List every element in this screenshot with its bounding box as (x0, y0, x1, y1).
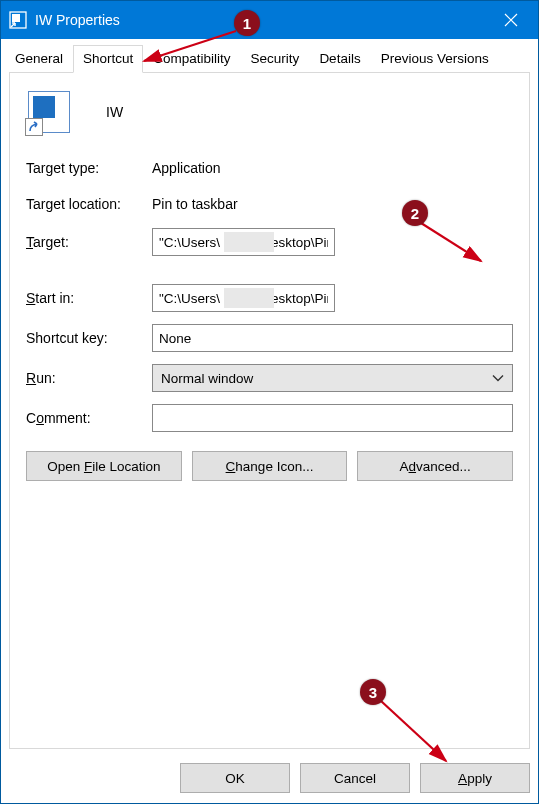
target-location-value: Pin to taskbar (152, 196, 238, 212)
shortcut-overlay-arrow-icon (25, 118, 43, 136)
close-button[interactable] (488, 1, 534, 39)
shortcut-file-icon (28, 91, 70, 133)
ok-button[interactable]: OK (180, 763, 290, 793)
comment-label: Comment: (26, 410, 152, 426)
annotation-badge-3: 3 (360, 679, 386, 705)
titlebar-icon (9, 11, 27, 29)
redacted-area (224, 288, 274, 308)
run-select[interactable]: Normal window (152, 364, 513, 392)
shortcut-key-label: Shortcut key: (26, 330, 152, 346)
tab-security[interactable]: Security (241, 45, 310, 72)
svg-rect-1 (12, 14, 20, 22)
change-icon-button[interactable]: Change Icon... (192, 451, 348, 481)
tab-compatibility[interactable]: Compatibility (143, 45, 240, 72)
open-file-location-button[interactable]: Open File Location (26, 451, 182, 481)
tab-details[interactable]: Details (309, 45, 370, 72)
target-location-label: Target location: (26, 196, 152, 212)
redacted-area (224, 232, 274, 252)
titlebar: IW Properties (1, 1, 538, 39)
annotation-badge-2: 2 (402, 200, 428, 226)
cancel-button[interactable]: Cancel (300, 763, 410, 793)
target-type-value: Application (152, 160, 221, 176)
run-label: Run: (26, 370, 152, 386)
run-select-value: Normal window (161, 371, 253, 386)
dialog-buttons: OK Cancel Apply (1, 757, 538, 803)
advanced-button[interactable]: Advanced... (357, 451, 513, 481)
tab-general[interactable]: General (5, 45, 73, 72)
chevron-down-icon (492, 371, 504, 386)
shortcut-tab-panel: IW Target type: Application Target locat… (9, 72, 530, 749)
tabstrip: General Shortcut Compatibility Security … (1, 39, 538, 72)
apply-button[interactable]: Apply (420, 763, 530, 793)
window-title: IW Properties (35, 12, 488, 28)
properties-window: IW Properties General Shortcut Compatibi… (0, 0, 539, 804)
shortcut-name: IW (106, 104, 123, 120)
comment-input[interactable] (152, 404, 513, 432)
annotation-badge-1: 1 (234, 10, 260, 36)
target-type-label: Target type: (26, 160, 152, 176)
shortcut-key-input[interactable] (152, 324, 513, 352)
start-in-label: Start in: (26, 290, 152, 306)
tab-previous-versions[interactable]: Previous Versions (371, 45, 499, 72)
tab-shortcut[interactable]: Shortcut (73, 45, 143, 73)
target-label: Target: (26, 234, 152, 250)
